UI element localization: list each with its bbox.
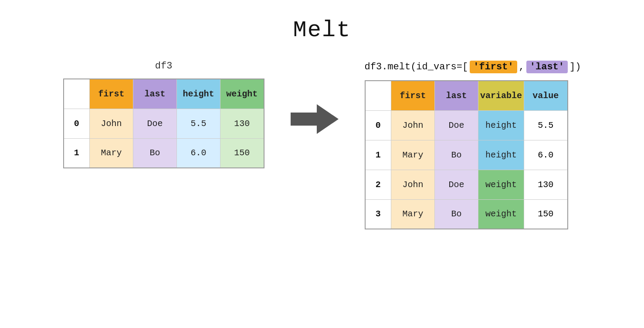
right-row-last: Bo (435, 199, 478, 229)
right-table-label: df3.melt(id_vars=[ 'first' , 'last' ]) (365, 61, 581, 73)
right-row-last: Bo (435, 140, 478, 170)
right-header-first: first (391, 81, 435, 110)
right-row-first: John (391, 110, 435, 140)
left-section: df3 first last height weight 0 John Doe … (63, 61, 264, 168)
left-row-weight: 150 (220, 138, 264, 168)
right-row-first: Mary (391, 199, 435, 229)
right-table-body: 0 John Doe height 5.5 1 Mary Bo height 6… (365, 110, 568, 229)
right-row-index: 1 (365, 140, 391, 170)
left-row-last: Bo (133, 138, 177, 168)
right-table-row: 2 John Doe weight 130 (365, 170, 568, 199)
page-title: Melt (293, 17, 351, 43)
arrow-container (291, 61, 339, 134)
left-row-first: John (90, 109, 133, 138)
right-row-value: 6.0 (524, 140, 568, 170)
code-suffix: ]) (569, 62, 581, 72)
right-row-index: 3 (365, 199, 391, 229)
arrow-head (317, 104, 339, 134)
right-table-row: 0 John Doe height 5.5 (365, 110, 568, 140)
right-row-first: John (391, 170, 435, 199)
left-row-index: 0 (64, 109, 90, 138)
left-header-weight: weight (220, 79, 264, 109)
left-table-label: df3 (155, 61, 173, 72)
right-row-first: Mary (391, 140, 435, 170)
right-table-header-row: first last variable value (365, 81, 568, 110)
left-row-height: 5.5 (177, 109, 220, 138)
right-header-value: value (524, 81, 568, 110)
right-table-row: 1 Mary Bo height 6.0 (365, 140, 568, 170)
right-row-variable: height (478, 140, 524, 170)
right-table-row: 3 Mary Bo weight 150 (365, 199, 568, 229)
right-row-variable: weight (478, 199, 524, 229)
right-row-variable: height (478, 110, 524, 140)
left-header-first: first (90, 79, 133, 109)
right-row-value: 5.5 (524, 110, 568, 140)
left-table-body: 0 John Doe 5.5 130 1 Mary Bo 6.0 150 (64, 109, 264, 168)
right-row-value: 150 (524, 199, 568, 229)
code-first-arg: 'first' (470, 61, 517, 73)
right-row-value: 130 (524, 170, 568, 199)
code-prefix: df3.melt(id_vars=[ (365, 62, 468, 72)
right-header-variable: variable (478, 81, 524, 110)
arrow (291, 104, 339, 134)
code-comma: , (519, 62, 525, 72)
left-row-first: Mary (90, 138, 133, 168)
left-table: first last height weight 0 John Doe 5.5 … (63, 79, 264, 168)
right-row-index: 0 (365, 110, 391, 140)
right-header-empty (365, 81, 391, 110)
main-content: df3 first last height weight 0 John Doe … (0, 61, 644, 229)
right-section: df3.melt(id_vars=[ 'first' , 'last' ]) f… (365, 61, 581, 229)
left-row-last: Doe (133, 109, 177, 138)
arrow-body (291, 113, 317, 126)
left-table-row: 0 John Doe 5.5 130 (64, 109, 264, 138)
left-header-last: last (133, 79, 177, 109)
left-table-header-row: first last height weight (64, 79, 264, 109)
right-table: first last variable value 0 John Doe hei… (365, 80, 568, 229)
right-row-variable: weight (478, 170, 524, 199)
right-row-last: Doe (435, 170, 478, 199)
code-last-arg: 'last' (526, 61, 568, 73)
left-table-row: 1 Mary Bo 6.0 150 (64, 138, 264, 168)
left-header-empty (64, 79, 90, 109)
left-header-height: height (177, 79, 220, 109)
right-row-index: 2 (365, 170, 391, 199)
left-row-index: 1 (64, 138, 90, 168)
left-row-height: 6.0 (177, 138, 220, 168)
right-row-last: Doe (435, 110, 478, 140)
left-row-weight: 130 (220, 109, 264, 138)
right-header-last: last (435, 81, 478, 110)
